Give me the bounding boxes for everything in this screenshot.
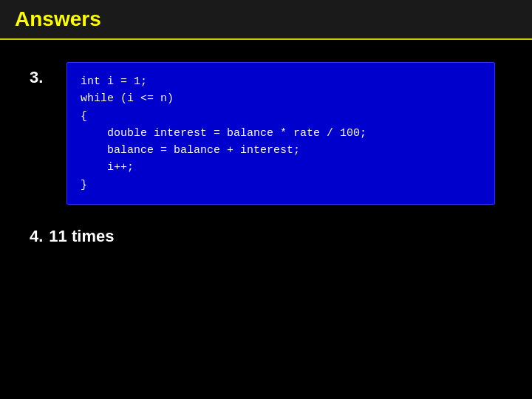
answer-item-3: 3. int i = 1; while (i <= n) { double in…: [30, 62, 502, 205]
code-text-3: int i = 1; while (i <= n) { double inter…: [81, 73, 481, 194]
answer-item-4: 4. 11 times: [30, 227, 502, 246]
page-header: Answers: [0, 0, 532, 40]
item-answer-4: 11 times: [49, 227, 114, 246]
code-block-3: int i = 1; while (i <= n) { double inter…: [66, 62, 495, 205]
item-number-4: 4.: [30, 227, 43, 246]
content-area: 3. int i = 1; while (i <= n) { double in…: [0, 40, 532, 268]
item-number-3: 3.: [30, 62, 66, 87]
page-title: Answers: [15, 7, 101, 30]
